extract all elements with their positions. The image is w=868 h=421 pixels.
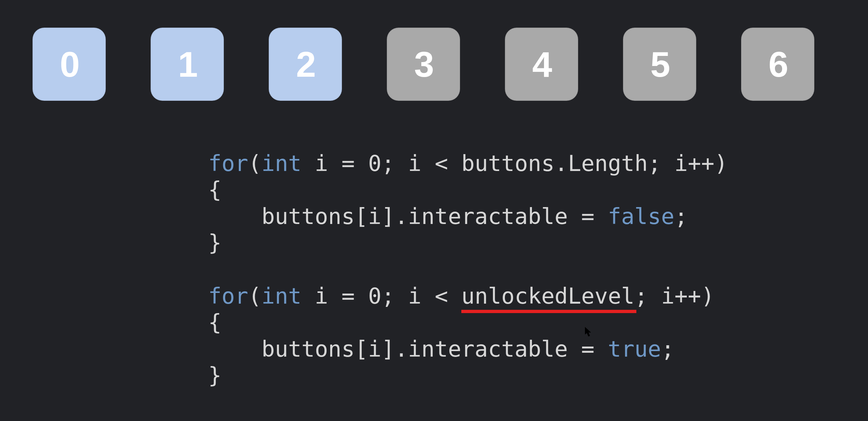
- less-than: <: [435, 151, 448, 176]
- bool-true: true: [608, 336, 661, 362]
- level-button-label: 5: [650, 43, 669, 85]
- type-int: int: [261, 151, 302, 176]
- semicolon: ;: [634, 283, 648, 309]
- underline-annotation: unlockedLevel: [461, 283, 634, 310]
- paren-close: ): [701, 283, 714, 309]
- brace-open: {: [208, 177, 222, 202]
- body-expr: buttons[i].interactable: [261, 336, 568, 362]
- type-int: int: [261, 283, 302, 309]
- level-button-label: 2: [296, 43, 315, 85]
- level-button-4: 4: [505, 28, 578, 101]
- equals: =: [341, 283, 354, 309]
- paren-close: ): [714, 151, 728, 176]
- var-i: i: [315, 283, 328, 309]
- level-button-3: 3: [387, 28, 460, 101]
- increment: i++: [675, 151, 714, 176]
- body-expr: buttons[i].interactable: [261, 203, 568, 229]
- code-block: for(int i = 0; i < buttons.Length; i++) …: [208, 124, 728, 389]
- level-button-label: 6: [769, 43, 787, 85]
- bool-false: false: [608, 203, 675, 229]
- semicolon: ;: [648, 151, 661, 176]
- semicolon: ;: [661, 336, 675, 362]
- semicolon: ;: [381, 283, 395, 309]
- level-button-5: 5: [623, 28, 696, 101]
- buttons-length: buttons.Length: [461, 151, 648, 176]
- level-button-label: 4: [532, 43, 551, 85]
- paren-open: (: [248, 151, 261, 176]
- level-button-label: 3: [414, 43, 433, 85]
- level-button-1[interactable]: 1: [151, 28, 224, 101]
- var-i: i: [408, 151, 421, 176]
- equals: =: [581, 203, 594, 229]
- brace-close: }: [208, 362, 222, 388]
- less-than: <: [435, 283, 448, 309]
- brace-open: {: [208, 310, 222, 335]
- keyword-for: for: [208, 283, 248, 309]
- semicolon: ;: [381, 151, 395, 176]
- level-button-label: 1: [178, 43, 196, 85]
- paren-open: (: [248, 283, 261, 309]
- num-zero: 0: [368, 151, 381, 176]
- stage: 0123456 for(int i = 0; i < buttons.Lengt…: [0, 0, 868, 421]
- var-i: i: [315, 151, 328, 176]
- level-button-6: 6: [741, 28, 814, 101]
- equals: =: [341, 151, 354, 176]
- num-zero: 0: [368, 283, 381, 309]
- semicolon: ;: [675, 203, 688, 229]
- increment: i++: [661, 283, 701, 309]
- level-button-2[interactable]: 2: [269, 28, 342, 101]
- brace-close: }: [208, 230, 222, 256]
- equals: =: [581, 336, 594, 362]
- keyword-for: for: [208, 151, 248, 176]
- level-button-0[interactable]: 0: [33, 28, 106, 101]
- level-button-label: 0: [60, 43, 79, 85]
- var-i: i: [408, 283, 421, 309]
- unlocked-level: unlockedLevel: [461, 283, 634, 309]
- level-button-row: 0123456: [33, 28, 814, 101]
